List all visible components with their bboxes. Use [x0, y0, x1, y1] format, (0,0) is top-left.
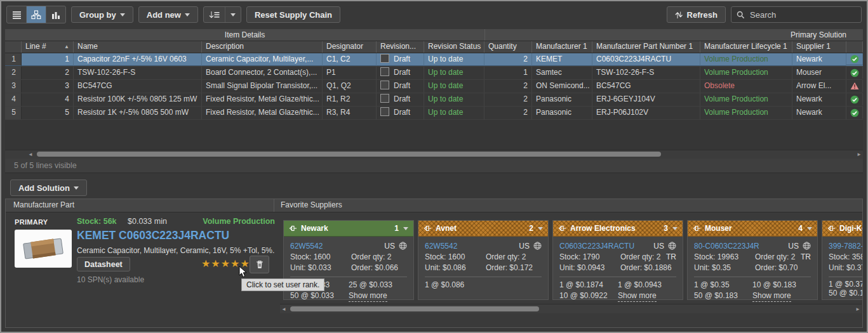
pin-icon [558, 225, 566, 232]
supplier-card-header[interactable]: Newark 1 [284, 221, 413, 237]
chevron-down-icon [120, 13, 125, 16]
supplier-pn-link[interactable]: 62W5542 [290, 242, 323, 251]
cell-revision-status: Up to date [424, 53, 484, 66]
reset-supply-chain-label: Reset Supply Chain [255, 10, 332, 20]
row-number: 3 [5, 80, 22, 93]
supplier-pn-link[interactable]: 399-7882-1-N [829, 242, 862, 251]
supplier-card-header[interactable]: Arrow Electronics 3 [553, 221, 683, 237]
region-label: US [384, 242, 395, 251]
cell-quantity: 2 [484, 107, 532, 119]
supplier-pn-link[interactable]: 80-C0603C223J4R [694, 242, 759, 251]
sort-button[interactable] [204, 7, 225, 22]
add-new-label: Add new [147, 10, 181, 20]
suppliers-horizontal-scrollbar[interactable]: ◄ ► [280, 304, 862, 313]
table-horizontal-scrollbar[interactable]: ◄ ► [5, 150, 863, 159]
chevron-down-icon [74, 186, 79, 190]
table-row[interactable]: 1 1 Capacitor 22nF +/-5% 16V 0603 Cerami… [5, 53, 863, 67]
price-break: 50 @ $0.183 [694, 291, 752, 301]
scroll-track[interactable] [288, 305, 854, 313]
cell-name: Resistor 100K +/-5% 0805 125 mW [74, 93, 202, 106]
scroll-track[interactable] [34, 150, 855, 159]
cell-lifecycle: Volume Production [700, 93, 792, 106]
scroll-left-arrow[interactable]: ◄ [27, 150, 34, 159]
column-header-mpn[interactable]: Manufacturer Part Number 1 [592, 41, 700, 53]
scroll-thumb[interactable] [37, 152, 661, 157]
bom-table: Item Details Primary Solution Line #▲ Na… [5, 29, 863, 173]
cell-supplier: Mouser [792, 67, 846, 79]
sort-icon [209, 11, 220, 19]
table-row[interactable]: 5 5 Resistor 1K +/-5% 0805 500 mW Fixed … [5, 107, 863, 120]
column-header-revision[interactable]: Revision... [377, 41, 424, 53]
revision-checkbox[interactable] [380, 107, 389, 116]
part-title-link[interactable]: KEMET C0603C223J4RACTU [77, 229, 229, 242]
flat-list-view-button[interactable] [7, 6, 27, 23]
column-header-lifecycle[interactable]: Manufacturer Lifecycle 1 [700, 41, 792, 53]
cell-supplier: Arrow El... [792, 80, 846, 93]
bom-view-button[interactable] [27, 6, 46, 23]
chart-view-button[interactable] [46, 6, 65, 23]
supplier-card-header[interactable]: Mouser 4 [688, 221, 817, 237]
pin-icon [827, 225, 836, 232]
supplier-pn-link[interactable]: C0603C223J4RACTU [559, 242, 634, 251]
column-header-revision-status[interactable]: Revision Status [424, 41, 484, 53]
scroll-right-arrow[interactable]: ► [855, 150, 863, 159]
supplier-unit-price: Unit: $0.086 [425, 263, 486, 273]
user-rank-tooltip: Click to set user rank. [241, 278, 324, 291]
add-solution-label: Add Solution [18, 183, 70, 193]
column-header-description[interactable]: Description [202, 41, 323, 53]
column-header-line[interactable]: Line #▲ [22, 41, 74, 53]
scroll-right-arrow[interactable]: ► [854, 305, 862, 313]
supplier-name: Digi-Key [839, 224, 862, 233]
revision-checkbox[interactable] [380, 67, 389, 76]
cell-mpn: C0603C223J4RACTU [592, 53, 700, 66]
cell-designator: C1, C2 [323, 53, 377, 66]
cell-supplier-status [846, 53, 863, 65]
pin-icon [424, 225, 432, 232]
supplier-ok-icon [850, 95, 859, 104]
cell-name: Resistor 1K +/-5% 0805 500 mW [74, 107, 202, 119]
revision-checkbox[interactable] [380, 81, 389, 89]
sort-options-caret-button[interactable] [225, 7, 241, 22]
column-header-supplier[interactable]: Supplier 1 [792, 41, 846, 53]
reset-supply-chain-button[interactable]: Reset Supply Chain [246, 6, 340, 23]
column-header-designator[interactable]: Designator [323, 41, 377, 53]
supplier-stock: Stock: 1790 [559, 252, 620, 263]
column-header-manufacturer[interactable]: Manufacturer 1 [532, 41, 592, 53]
cell-supplier-status [846, 93, 863, 105]
cell-line: 5 [22, 107, 74, 119]
scroll-left-arrow[interactable]: ◄ [280, 305, 288, 313]
cell-revision-status: Up to date [424, 67, 484, 79]
primary-badge: PRIMARY [15, 218, 48, 226]
globe-icon [803, 242, 811, 250]
supplier-card-header[interactable]: Avnet 2 [418, 221, 548, 237]
part-lifecycle: Volume Production [203, 217, 275, 226]
show-more-link[interactable]: Show more [618, 291, 657, 302]
revision-checkbox[interactable] [380, 54, 389, 63]
scroll-thumb[interactable] [290, 306, 539, 311]
group-by-button[interactable]: Group by [71, 6, 133, 23]
column-header-quantity[interactable]: Quantity [484, 41, 532, 53]
cell-supplier: Newark [792, 107, 846, 119]
add-solution-button[interactable]: Add Solution [10, 180, 87, 196]
table-row[interactable]: 3 3 BC547CG Small Signal Bipolar Transis… [5, 80, 863, 93]
cell-supplier: Newark [792, 53, 846, 66]
search-input[interactable] [749, 10, 863, 20]
show-more-link[interactable]: Show more [349, 291, 387, 302]
cell-manufacturer: Panasonic [532, 93, 592, 106]
delete-rank-button[interactable] [250, 256, 269, 273]
add-new-button[interactable]: Add new [138, 6, 198, 23]
show-more-link[interactable]: Show more [752, 291, 791, 302]
supplier-card-header[interactable]: Digi-Key [822, 221, 862, 237]
table-row[interactable]: 4 4 Resistor 100K +/-5% 0805 125 mW Fixe… [5, 93, 863, 107]
revision-checkbox[interactable] [380, 94, 389, 103]
supplier-ok-icon [850, 108, 859, 117]
supplier-pn-link[interactable]: 62W5542 [425, 242, 457, 251]
region-label: US [653, 242, 664, 251]
supplier-stock: Stock: 3583 [829, 252, 862, 263]
table-row[interactable]: 2 2 TSW-102-26-F-S Board Connector, 2 Co… [5, 67, 863, 80]
region-label: US [788, 242, 799, 251]
cell-manufacturer: KEMET [532, 53, 592, 66]
refresh-button[interactable]: Refresh [667, 6, 726, 23]
datasheet-button[interactable]: Datasheet [77, 257, 130, 271]
column-header-name[interactable]: Name [74, 41, 202, 53]
